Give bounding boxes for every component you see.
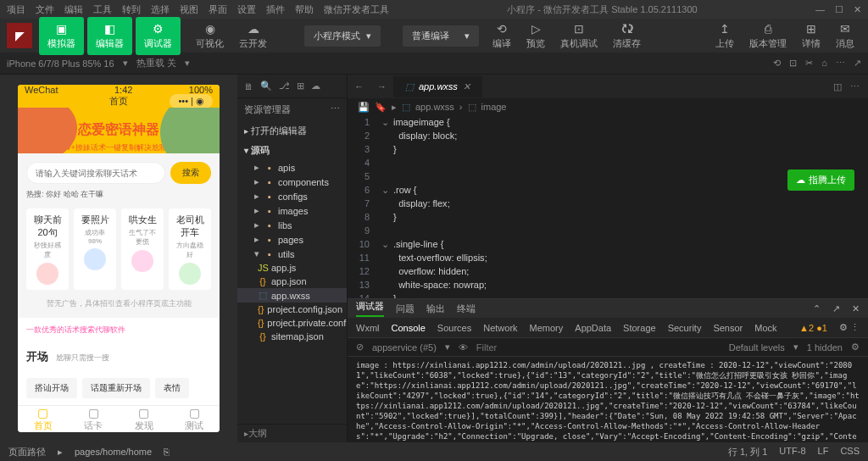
menu-文件[interactable]: 文件 [36,3,54,16]
page-path-value[interactable]: pages/home/home [75,447,152,457]
open-editors-section[interactable]: ▸ 打开的编辑器 [237,121,347,141]
files-icon[interactable]: 🗎 [244,81,253,92]
toolbtn-上传[interactable]: ↥上传 [709,19,741,53]
project-logo[interactable]: ◤ [7,23,32,48]
menu-视图[interactable]: 视图 [180,3,198,16]
more-icon[interactable]: ⋯ [836,58,845,69]
capsule-button[interactable]: ••• | ◉ [170,94,213,108]
devtab-mock[interactable]: Mock [754,323,776,333]
compile-select[interactable]: 普通编译▾ [403,25,479,47]
more-icon[interactable]: ⋯ [850,81,860,92]
devtab-appdata[interactable]: AppData [575,323,611,333]
phone-tab-表情[interactable]: 表情 [155,378,189,398]
breadcrumb[interactable]: 💾 🔖 ▸ ⬚app.wxss ›⬚image [348,98,868,115]
split-icon[interactable]: ◫ [833,81,842,92]
minimize-icon[interactable]: — [815,4,825,15]
tree-libs[interactable]: ▪libs [237,218,347,232]
hotreload-select[interactable]: 热重载 关 [136,57,176,69]
category-聊天前20句[interactable]: 聊天前20句秒接好感度 [26,208,69,290]
cursor-position[interactable]: 行 1, 列 1 [728,446,767,458]
devtab-console[interactable]: Console [392,323,426,333]
screenshot-icon[interactable]: ⊡ [789,58,797,69]
devtools-settings-icon[interactable]: ⚙ ⋮ [839,322,860,333]
tab-app-wxss[interactable]: ⬚app.wxss✕ [393,76,482,97]
devtab-network[interactable]: Network [483,323,517,333]
language[interactable]: CSS [840,446,860,458]
devtab-wxml[interactable]: Wxml [356,323,380,333]
save-icon[interactable]: 💾 [358,102,370,113]
toolbtn-云开发[interactable]: ☁云开发 [232,19,274,53]
outline-section[interactable]: ▸ 大纲 [237,424,347,442]
toolbtn-版本管理[interactable]: ⎙版本管理 [743,19,793,53]
category-哄女生[interactable]: 哄女生生气了不要慌 [121,208,164,290]
cut-icon[interactable]: ✂ [805,58,813,69]
tree-project.config.json[interactable]: {}project.config.json [237,303,347,316]
devtab-storage[interactable]: Storage [623,323,656,333]
tree-project.private.config.js...[interactable]: {}project.private.config.js... [237,316,347,330]
menu-界面[interactable]: 界面 [209,3,227,16]
tabbar-话卡[interactable]: ▢话卡 [69,406,120,432]
menu-插件[interactable]: 插件 [266,3,285,16]
tree-pages[interactable]: ▪pages [237,232,347,247]
hidden-count[interactable]: 1 hidden [807,342,843,353]
toolbtn-调试器[interactable]: ⚙调试器 [136,17,181,55]
home-icon[interactable]: ⌂ [821,58,827,69]
toolbtn-消息[interactable]: ✉消息 [829,19,861,53]
ext-icon[interactable]: ⊞ [297,81,304,92]
menu-微信开发者工具[interactable]: 微信开发者工具 [324,3,389,16]
eol[interactable]: LF [818,446,829,458]
warning-count[interactable]: ▲2 ●1 [799,323,827,333]
toolbtn-可视化[interactable]: ◉可视化 [189,19,231,53]
forward-icon[interactable]: → [370,81,393,92]
menu-选择[interactable]: 选择 [151,3,170,16]
search-icon[interactable]: 🔍 [260,81,272,92]
menu-帮助[interactable]: 帮助 [295,3,314,16]
bookmark-icon[interactable]: 🔖 [375,102,387,113]
menu-项目[interactable]: 项目 [7,3,25,16]
close-tab-icon[interactable]: ✕ [463,81,470,92]
device-select[interactable]: iPhone 6/7/8 Plus 85% 16 [7,58,114,69]
devtab-sensor[interactable]: Sensor [713,323,743,333]
tree-app.js[interactable]: JSapp.js [237,261,347,275]
menu-工具[interactable]: 工具 [93,3,112,16]
close-icon[interactable]: ✕ [852,303,860,314]
upload-badge[interactable]: ☁指腾上传 [787,169,854,191]
context-select[interactable]: appservice (#5) [372,342,437,353]
tree-configs[interactable]: ▪configs [237,189,347,203]
code-editor[interactable]: 1⌄imageimage {2 display: block;3}456⌄.ro… [348,115,868,298]
git-icon[interactable]: ⎇ [279,81,290,92]
problems-tab[interactable]: 问题 [396,303,415,315]
levels-select[interactable]: Default levels [729,342,785,353]
hot-tags[interactable]: 热搜: 你好 哈哈 在干嘛 [26,189,211,200]
source-section[interactable]: ▾ 源码 [237,141,347,160]
toolbtn-清缓存[interactable]: 🗘清缓存 [606,19,648,53]
mode-select[interactable]: 小程序模式▾ [304,25,381,47]
phone-tab-搭讪开场[interactable]: 搭讪开场 [26,378,77,398]
terminal-tab[interactable]: 终端 [457,303,476,315]
menu-转到[interactable]: 转到 [122,3,141,16]
cloud-icon[interactable]: ☁ [311,81,320,92]
tabbar-测试[interactable]: ▢测试 [170,406,220,432]
popout-icon[interactable]: ↗ [832,303,840,314]
more-icon[interactable]: ⋯ [331,103,340,116]
expand-icon[interactable]: ⌃ [813,303,821,314]
toolbtn-编辑器[interactable]: ◧编辑器 [87,17,132,55]
toolbtn-模拟器[interactable]: ▣模拟器 [39,17,84,55]
toolbtn-编译[interactable]: ⟲编译 [486,19,518,53]
devtab-sources[interactable]: Sources [437,323,471,333]
category-老司机开车[interactable]: 老司机开车方向盘稳好 [169,208,211,290]
category-要照片[interactable]: 要照片成功率98% [74,208,116,290]
filter-input[interactable] [476,342,721,353]
phone-tab-话题重新开场[interactable]: 话题重新开场 [82,378,150,398]
tree-sitemap.json[interactable]: {}sitemap.json [237,330,347,343]
close-icon[interactable]: ✕ [854,4,861,15]
copy-icon[interactable]: ⎘ [164,447,170,457]
console-output[interactable]: image : https://xinlianai.app1212.com/ad… [348,357,868,442]
phone-preview[interactable]: WeChat1:42100% 首页 ••• | ◉ 恋爱密语神器 30W+撩妹话… [18,85,220,432]
tree-utils[interactable]: ▪utils [237,247,347,261]
back-icon[interactable]: ← [348,81,370,92]
maximize-icon[interactable]: ☐ [835,4,843,15]
gear-icon[interactable]: ⚙ [851,342,860,353]
tree-app.wxss[interactable]: ⬚app.wxss [237,288,347,303]
search-input[interactable] [26,162,165,184]
